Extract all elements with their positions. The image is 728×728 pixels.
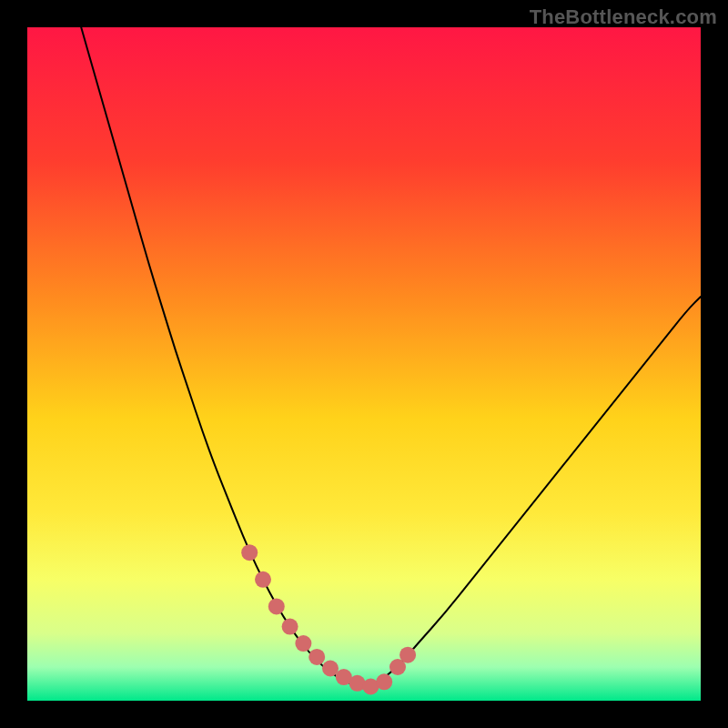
chart-svg: [27, 27, 701, 701]
plot-background: [27, 27, 701, 701]
highlight-marker: [282, 619, 298, 635]
highlight-marker: [399, 647, 416, 663]
chart-frame: TheBottleneck.com: [0, 0, 728, 728]
highlight-marker: [322, 661, 339, 677]
plot-area: [27, 27, 701, 701]
highlight-marker: [308, 649, 325, 665]
highlight-marker: [295, 635, 311, 652]
highlight-marker: [268, 598, 285, 614]
watermark-text: TheBottleneck.com: [530, 5, 717, 29]
highlight-marker: [241, 544, 258, 561]
highlight-marker: [255, 571, 271, 588]
highlight-marker: [376, 673, 392, 690]
